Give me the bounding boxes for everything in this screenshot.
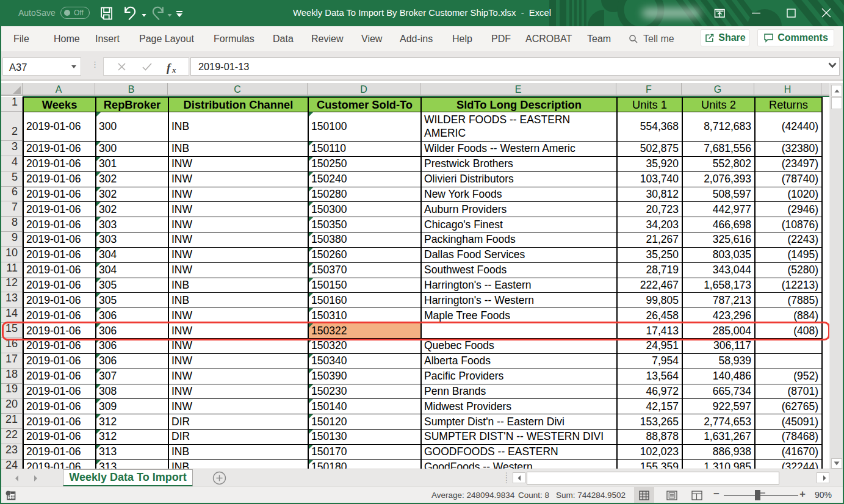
- svg-text:x: x: [171, 65, 176, 74]
- svg-text:f: f: [167, 61, 171, 74]
